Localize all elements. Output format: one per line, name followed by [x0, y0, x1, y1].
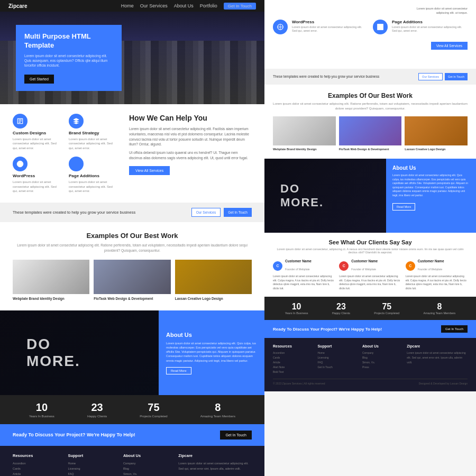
footer-brand: Zipcare Lorem ipsum dolor sit amet conse… — [178, 453, 252, 476]
r-footer-res-0[interactable]: Accordion — [273, 351, 313, 355]
about-text: Lorem ipsum dolor sit amet consectetur a… — [166, 341, 257, 363]
stat-years-number: 10 — [29, 401, 54, 414]
r-footer: Resources Accordion Cards Article Alert … — [264, 338, 476, 391]
r-footer-sup-2[interactable]: FAQ — [317, 360, 358, 365]
r-page-additions-text: Page Additions Lorem ipsum dolor sit ame… — [392, 20, 468, 33]
stat-team-number: 8 — [200, 401, 235, 414]
services-section: Custom Designs Lorem ipsum dolor sit ame… — [0, 104, 264, 203]
r-footer-sup-1[interactable]: Licensing — [317, 355, 358, 360]
hero-box: Multi Purpose HTML Template Lorem ipsum … — [16, 25, 122, 91]
footer-about-1[interactable]: Blog — [123, 466, 172, 472]
r-testimonials-grid: C Customer Name Founder of Webplate Lore… — [273, 259, 468, 290]
r-avatar-2: C — [406, 261, 415, 271]
hero-content: Multi Purpose HTML Template Lorem ipsum … — [0, 14, 138, 102]
view-all-services-button[interactable]: View All Services — [129, 166, 170, 175]
r-footer-res-3[interactable]: Alert Note — [273, 365, 313, 370]
footer-about-title: About Us — [123, 453, 172, 458]
r-stat-projects-number: 75 — [374, 302, 399, 312]
r-view-all-button[interactable]: View All Services — [431, 42, 468, 50]
nav-links: Home Our Services About Us Portfolio Get… — [121, 3, 256, 10]
r-footer-about-3[interactable]: Press — [362, 365, 402, 370]
footer-res-0[interactable]: Accordion — [13, 461, 61, 466]
r-testimonial-text-1: Lorem ipsum dolor sit amet consectetur a… — [339, 274, 401, 290]
nav-cta-button[interactable]: Get In Touch — [224, 3, 256, 10]
r-footer-support-title: Support — [317, 344, 358, 348]
footer-sup-1[interactable]: Licensing — [68, 466, 116, 472]
r-stat-team: 8 Amazing Team Members — [424, 302, 456, 315]
r-footer-res-4[interactable]: Bold Text — [273, 370, 313, 374]
r-testimonial-role-1: Founder of Webplate — [351, 268, 376, 271]
footer-res-1[interactable]: Cards — [13, 466, 61, 472]
service-name-0: Custom Designs — [13, 131, 62, 135]
ready-cta: Ready To Discuss Your Project? We're Hap… — [0, 424, 264, 446]
r-footer-res-2[interactable]: Article — [273, 360, 313, 365]
footer-about-0[interactable]: Company — [123, 461, 172, 466]
r-portfolio-item-0: Webplate Brand Identity Design — [273, 116, 336, 151]
custom-designs-icon — [13, 114, 28, 129]
nav-services[interactable]: Our Services — [140, 3, 168, 8]
nav-home[interactable]: Home — [121, 3, 134, 8]
r-footer-grid: Resources Accordion Cards Article Alert … — [273, 344, 468, 374]
r-service-desc-3: Lorem ipsum dolor sit amet consectetur a… — [392, 25, 468, 33]
r-stat-team-number: 8 — [424, 302, 456, 312]
r-stat-team-label: Amazing Team Members — [424, 312, 456, 315]
stat-team-label: Amazing Team Members — [200, 415, 235, 418]
stats-section: 10 Years In Business 23 Happy Clients 75… — [0, 395, 264, 424]
r-testimonial-header-2: C Customer Name Founder of Webplate — [406, 259, 468, 272]
page-additions-icon — [69, 157, 84, 171]
footer-resources: Resources Accordion Cards Article Alert … — [13, 453, 61, 476]
r-footer-sup-0[interactable]: Home — [317, 351, 358, 355]
r-footer-about-title: About Us — [362, 344, 402, 348]
service-desc-1: Lorem ipsum dolor sit amet consectetur a… — [69, 137, 118, 150]
r-get-in-touch-button[interactable]: Get In Touch — [445, 73, 468, 80]
our-services-button[interactable]: Our Services — [191, 208, 221, 217]
r-testimonials-section: See What Our Clients Say Say Lorem ipsum… — [264, 233, 476, 297]
nav-portfolio[interactable]: Portfolio — [200, 3, 217, 8]
portfolio-section: Examples Of Our Best Work Lorem ipsum do… — [0, 222, 264, 310]
portfolio-item-0: Webplate Brand Identity Design — [13, 260, 89, 301]
footer-sup-0[interactable]: Home — [68, 461, 116, 466]
r-portfolio-image-2 — [405, 116, 468, 145]
footer-res-2[interactable]: Article — [13, 472, 61, 476]
r-about-read-more-button[interactable]: Read More — [392, 203, 415, 210]
footer-about-2[interactable]: Simon, Vs. — [123, 472, 172, 476]
r-footer-res-1[interactable]: Cards — [273, 355, 313, 360]
r-footer-sup-3[interactable]: Get In Touch — [317, 365, 358, 370]
get-in-touch-button[interactable]: Get In Touch — [224, 208, 252, 217]
r-service-page-additions: Page Additions Lorem ipsum dolor sit ame… — [373, 20, 468, 34]
portfolio-image-2 — [175, 260, 252, 294]
footer-sup-2[interactable]: FAQ — [68, 472, 116, 476]
portfolio-subtitle: Lorem ipsum dolor sit amet consectetur a… — [13, 243, 252, 253]
right-panel: Lorem ipsum dolor sit amet consecteturad… — [264, 0, 476, 476]
about-read-more-button[interactable]: Read More — [166, 367, 191, 374]
r-portfolio-title-1: FloTask Web Design & Development — [339, 148, 402, 151]
footer: Resources Accordion Cards Article Alert … — [0, 446, 264, 476]
r-ready-cta-button[interactable]: Get In Touch — [441, 325, 468, 333]
r-testimonials-title: See What Our Clients Say Say — [273, 239, 468, 245]
r-about-section: DOMORE. About Us Lorem ipsum dolor sit a… — [264, 159, 476, 233]
stat-years-label: Years In Business — [29, 415, 54, 418]
r-footer-about-0[interactable]: Company — [362, 351, 402, 355]
r-footer-support: Support Home Licensing FAQ Get In Touch — [317, 344, 358, 374]
brand-strategy-icon — [69, 114, 84, 129]
footer-brand-title: Zipcare — [178, 453, 252, 458]
portfolio-title-0: Webplate Brand Identity Design — [13, 297, 89, 301]
r-our-services-button[interactable]: Our Services — [418, 73, 443, 80]
r-about-title: About Us — [392, 165, 470, 171]
hero-cta-button[interactable]: Get Started — [24, 75, 54, 84]
r-ready-cta: Ready To Discuss Your Project? We're Hap… — [264, 320, 476, 338]
r-testimonial-name-2: Customer Name — [418, 259, 444, 263]
r-footer-about-1[interactable]: Blog — [362, 355, 402, 360]
r-footer-about-2[interactable]: Simon, Vs. — [362, 360, 402, 365]
nav-about[interactable]: About Us — [174, 3, 194, 8]
ready-cta-button[interactable]: Get In Touch — [220, 431, 252, 440]
portfolio-image-1 — [94, 260, 170, 294]
r-testimonial-text-2: Lorem ipsum dolor sit amet consectetur a… — [406, 274, 468, 290]
stat-projects-label: Projects Completed — [140, 415, 167, 418]
r-portfolio-title-2: Laxsan Creative Logo Design — [405, 148, 468, 151]
r-portfolio-title: Examples Of Our Best Work — [273, 92, 468, 99]
r-footer-resources-title: Resources — [273, 344, 313, 348]
r-avatar-0: C — [273, 261, 282, 271]
r-ready-text: Ready To Discuss Your Project? We're Hap… — [273, 326, 382, 332]
left-panel: Zipcare Home Our Services About Us Portf… — [0, 0, 264, 476]
